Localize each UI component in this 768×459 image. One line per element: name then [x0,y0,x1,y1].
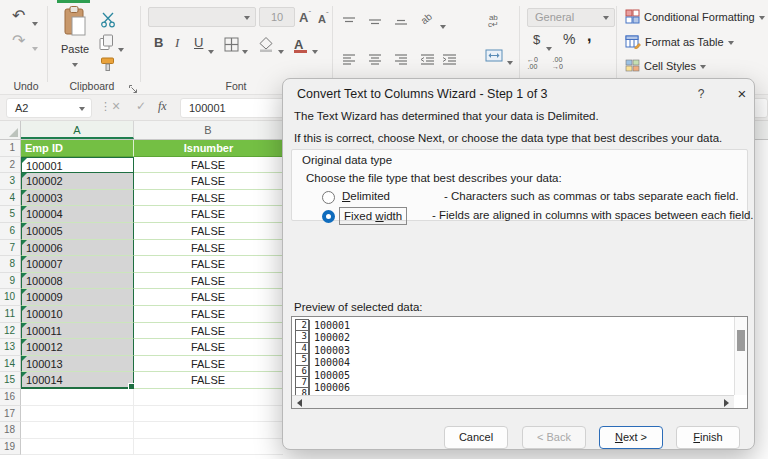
cell[interactable] [21,422,134,439]
redo-icon[interactable]: ↷ [12,33,25,49]
decrease-decimal-button[interactable]: .00→0 [552,56,563,70]
cell-styles-button[interactable]: Cell Styles [625,58,706,76]
italic-button[interactable]: I [175,36,179,49]
number-format-select[interactable]: General [527,8,615,27]
increase-indent-button[interactable] [442,52,457,68]
column-header-b[interactable]: B [134,121,283,139]
cell[interactable] [134,422,283,439]
row-number[interactable]: 10 [0,289,21,306]
row-number[interactable]: 1 [0,140,21,157]
paste-button[interactable]: Paste [56,5,94,77]
cell[interactable]: FALSE [134,206,283,223]
close-icon[interactable]: × [731,84,753,104]
cell[interactable] [21,389,134,406]
cell[interactable]: FALSE [134,289,283,306]
comma-style-button[interactable]: , [587,28,591,44]
select-all-corner[interactable] [0,121,21,139]
cell[interactable]: FALSE [134,240,283,257]
align-bottom-button[interactable] [394,13,408,29]
row-number[interactable]: 3 [0,173,21,190]
help-button[interactable]: ? [691,85,711,103]
font-name-select[interactable] [148,7,256,27]
cell[interactable]: 100007 [21,256,134,273]
cell[interactable]: FALSE [134,173,283,190]
accounting-format-button[interactable]: $ [533,33,540,46]
cell[interactable]: 100010 [21,306,134,323]
cell[interactable]: 100006 [21,240,134,257]
cut-icon[interactable] [100,11,116,31]
borders-button[interactable] [224,37,239,55]
cell[interactable]: 100004 [21,206,134,223]
name-box[interactable]: A2 [6,98,92,118]
delimited-radio[interactable] [322,191,335,204]
row-number[interactable]: 7 [0,240,21,257]
decrease-font-size-button[interactable]: Aˇ [318,10,329,26]
cell[interactable]: 100013 [21,356,134,373]
insert-function-icon[interactable]: fx [158,99,167,114]
scroll-right-icon[interactable] [724,399,729,407]
increase-decimal-button[interactable]: ←0.00 [527,56,538,70]
scrollbar-thumb[interactable] [737,330,745,351]
cell[interactable]: 100003 [21,190,134,207]
copy-chevron-icon[interactable] [118,41,124,57]
fixed-width-radio-label[interactable]: Fixed width [339,207,407,225]
enter-entry-icon[interactable]: ✓ [136,99,146,113]
row-number[interactable]: 2 [0,157,21,174]
row-number[interactable]: 11 [0,306,21,323]
column-header-a[interactable]: A [21,121,134,139]
row-number[interactable]: 18 [0,422,21,439]
underline-button[interactable]: U [194,36,203,49]
delimited-radio-label[interactable]: Delimited [342,190,390,202]
cell[interactable]: FALSE [134,157,283,174]
font-size-select[interactable]: 10 [259,7,295,27]
cell[interactable]: FALSE [134,273,283,290]
wrap-text-button[interactable]: abc↵ [488,14,499,28]
cell[interactable] [134,439,283,456]
cell[interactable]: 100012 [21,339,134,356]
cell[interactable]: FALSE [134,223,283,240]
decrease-indent-button[interactable] [420,52,435,68]
merge-center-button[interactable] [485,49,503,65]
cell[interactable]: 100009 [21,289,134,306]
row-number[interactable]: 13 [0,339,21,356]
cell[interactable]: 100005 [21,223,134,240]
align-right-button[interactable] [394,52,408,68]
font-color-chevron-icon[interactable] [312,43,318,59]
cell[interactable] [134,406,283,423]
undo-chevron-icon[interactable] [32,15,38,31]
align-top-button[interactable] [342,13,356,29]
cell[interactable]: FALSE [134,339,283,356]
copy-icon[interactable] [99,34,114,54]
format-painter-icon[interactable] [100,56,116,75]
row-number[interactable]: 5 [0,206,21,223]
cell[interactable]: 100014 [21,372,134,389]
finish-button[interactable]: Finish [676,426,740,449]
row-number[interactable]: 4 [0,190,21,207]
row-number[interactable]: 15 [0,372,21,389]
scroll-left-icon[interactable] [297,399,302,407]
preview-vertical-scrollbar[interactable] [734,317,747,395]
conditional-formatting-button[interactable]: Conditional Formatting [625,9,765,27]
row-number[interactable]: 9 [0,273,21,290]
percent-style-button[interactable]: % [563,32,575,46]
font-color-button[interactable]: A [294,36,303,52]
row-number[interactable]: 8 [0,256,21,273]
bold-button[interactable]: B [154,36,163,49]
accounting-chevron-icon[interactable] [546,40,552,56]
cell[interactable]: FALSE [134,256,283,273]
cancel-entry-icon[interactable]: × [112,98,120,114]
cell-b1[interactable]: Isnumber [134,140,283,157]
cell-a1[interactable]: Emp ID [21,140,134,157]
undo-icon[interactable]: ↶ [12,8,25,24]
format-as-table-button[interactable]: Format as Table [625,34,734,52]
orientation-chevron-icon[interactable] [440,18,446,34]
underline-chevron-icon[interactable] [208,43,214,59]
row-number[interactable]: 17 [0,406,21,423]
row-number[interactable]: 6 [0,223,21,240]
row-number[interactable]: 19 [0,439,21,456]
active-cell-a2[interactable]: 100001 [21,157,134,174]
fixed-width-radio[interactable] [322,210,335,223]
cell[interactable] [134,389,283,406]
borders-chevron-icon[interactable] [242,43,248,59]
paste-chevron-icon[interactable] [72,63,78,67]
